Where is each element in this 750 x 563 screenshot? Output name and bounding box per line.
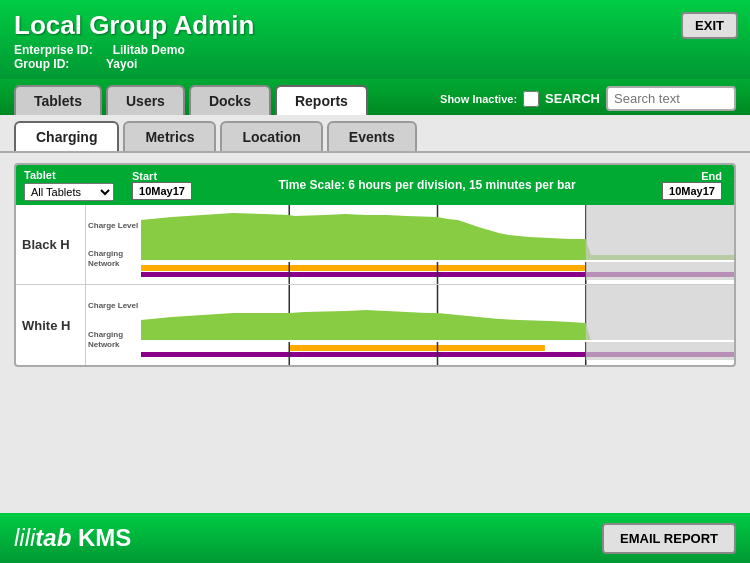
search-area: Show Inactive: SEARCH: [440, 86, 736, 115]
end-col: End 10May17: [662, 170, 722, 200]
logo-bold: tab: [35, 524, 71, 551]
footer-logo: lilitab KMS: [14, 524, 131, 552]
tab-tablets[interactable]: Tablets: [14, 85, 102, 115]
svg-rect-16: [289, 345, 545, 351]
sub-nav: Charging Metrics Location Events: [0, 115, 750, 153]
tablet-select-wrapper: Tablet All Tablets: [24, 169, 114, 201]
svg-rect-4: [586, 205, 734, 260]
sub-tab-location[interactable]: Location: [220, 121, 322, 151]
header: Local Group Admin Enterprise ID: Lilitab…: [0, 0, 750, 79]
group-id-value: Yayoi: [106, 57, 137, 71]
exit-button[interactable]: EXIT: [681, 12, 738, 39]
chart-row-white-h: White H Charge Level Charging Network: [16, 285, 734, 365]
start-label: Start: [132, 170, 157, 182]
svg-rect-10: [586, 262, 734, 280]
chart-row-black-h: Black H Charge Level Charging Network: [16, 205, 734, 285]
footer: lilitab KMS EMAIL REPORT: [0, 513, 750, 563]
tab-reports[interactable]: Reports: [275, 85, 368, 115]
tab-docks[interactable]: Docks: [189, 85, 271, 115]
charging-network-label: Charging Network: [88, 249, 139, 268]
enterprise-id-value: Lilitab Demo: [113, 43, 185, 57]
sub-tab-metrics[interactable]: Metrics: [123, 121, 216, 151]
start-date: 10May17: [132, 182, 192, 200]
tablet-col-label: Tablet: [24, 169, 114, 181]
enterprise-info: Enterprise ID: Lilitab Demo Group ID: Ya…: [14, 43, 736, 71]
search-label: SEARCH: [545, 91, 600, 106]
svg-marker-14: [141, 310, 591, 340]
logo-plain: lili: [14, 524, 35, 551]
chart-visual-white-h: [141, 285, 734, 365]
search-input[interactable]: [606, 86, 736, 111]
show-inactive-label: Show Inactive:: [440, 93, 517, 105]
chart-visual-black-h: [141, 205, 734, 284]
svg-rect-5: [141, 265, 586, 271]
charging-network-label-2: Charging Network: [88, 330, 139, 349]
svg-rect-15: [586, 285, 734, 340]
chart-svg-white-h: [141, 285, 734, 365]
charge-level-label: Charge Level: [88, 221, 139, 231]
main-content: Tablet All Tablets Start 10May17 Time Sc…: [0, 153, 750, 518]
start-col: Start 10May17: [132, 170, 192, 200]
logo-kms: KMS: [71, 524, 131, 551]
sub-tab-charging[interactable]: Charging: [14, 121, 119, 151]
group-id-label: Group ID:: [14, 57, 69, 71]
chart-data-white-h: Charge Level Charging Network: [86, 285, 734, 365]
svg-rect-21: [586, 342, 734, 360]
charge-level-label-2: Charge Level: [88, 301, 139, 311]
sub-labels-black-h: Charge Level Charging Network: [86, 205, 141, 284]
end-date: 10May17: [662, 182, 722, 200]
row-label-white-h: White H: [16, 285, 86, 365]
sub-labels-white-h: Charge Level Charging Network: [86, 285, 141, 365]
enterprise-id-label: Enterprise ID:: [14, 43, 93, 57]
app-title: Local Group Admin: [14, 10, 736, 41]
nav-bar: Tablets Users Docks Reports Show Inactiv…: [0, 79, 750, 115]
row-label-black-h: Black H: [16, 205, 86, 284]
tablet-select[interactable]: All Tablets: [24, 183, 114, 201]
chart-data-black-h: Charge Level Charging Network: [86, 205, 734, 284]
chart-container: Tablet All Tablets Start 10May17 Time Sc…: [14, 163, 736, 367]
end-label: End: [701, 170, 722, 182]
sub-tab-events[interactable]: Events: [327, 121, 417, 151]
show-inactive-checkbox[interactable]: [523, 91, 539, 107]
chart-header: Tablet All Tablets Start 10May17 Time Sc…: [16, 165, 734, 205]
chart-svg-black-h: [141, 205, 734, 284]
time-scale-label: Time Scale: 6 hours per division, 15 min…: [202, 178, 652, 192]
email-report-button[interactable]: EMAIL REPORT: [602, 523, 736, 554]
tab-users[interactable]: Users: [106, 85, 185, 115]
